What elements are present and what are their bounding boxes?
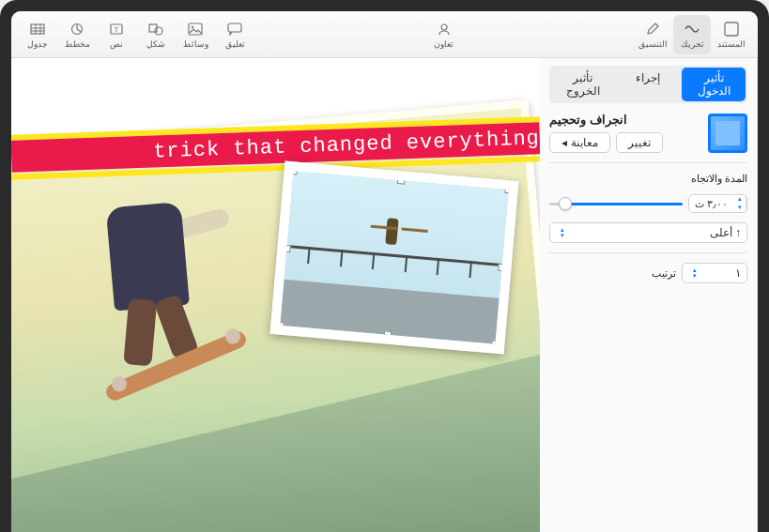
- media-button[interactable]: وسائط: [177, 15, 214, 54]
- animate-label: تحريك: [681, 39, 704, 49]
- paintbrush-icon: [643, 21, 662, 38]
- shape-icon: [146, 21, 165, 38]
- svg-rect-10: [31, 24, 44, 34]
- media-icon: [186, 21, 205, 38]
- direction-row: ↑ أعلى ▴▾: [549, 222, 747, 243]
- slide-canvas[interactable]: trick that changed everything: [11, 58, 540, 532]
- format-label: التنسيق: [638, 39, 668, 49]
- comment-label: تعليق: [225, 39, 245, 49]
- tab-action[interactable]: إجراء: [617, 68, 681, 101]
- chart-icon: [68, 21, 86, 38]
- order-label: ترتيب: [549, 267, 676, 280]
- svg-rect-2: [228, 23, 241, 32]
- svg-point-4: [192, 25, 193, 27]
- order-row: ١ ▴▾ ترتيب: [549, 263, 747, 283]
- table-icon: [28, 21, 47, 38]
- order-select[interactable]: ١ ▴▾: [682, 263, 747, 283]
- stepper-up-icon: ▴: [733, 195, 746, 204]
- chevrons-icon: ▴▾: [556, 227, 569, 238]
- play-icon: ◂: [561, 136, 567, 149]
- text-label: نص: [110, 39, 123, 49]
- slider-thumb[interactable]: [559, 197, 572, 210]
- effect-tabs: تأثير الدخول إجراء تأثير الخروج: [549, 66, 747, 103]
- shape-button[interactable]: شكل: [137, 15, 175, 54]
- svg-rect-3: [189, 23, 202, 35]
- comment-button[interactable]: تعليق: [216, 15, 254, 54]
- svg-point-1: [441, 24, 447, 30]
- preview-button[interactable]: معاينة◂: [549, 132, 610, 153]
- selected-photo[interactable]: [269, 160, 518, 354]
- direction-select[interactable]: ↑ أعلى ▴▾: [549, 222, 747, 243]
- media-label: وسائط: [183, 39, 208, 49]
- duration-slider[interactable]: [549, 203, 683, 205]
- svg-text:T: T: [115, 25, 119, 34]
- effect-name: انجراف وتحجيم: [549, 113, 627, 127]
- format-button[interactable]: التنسيق: [634, 15, 671, 54]
- app-window: المستند تحريك التنسيق تعاون تعليق وسائط …: [11, 11, 758, 532]
- device-frame: المستند تحريك التنسيق تعاون تعليق وسائط …: [0, 0, 769, 532]
- duration-value: ٣٫٠٠ ث: [689, 196, 733, 212]
- comment-icon: [225, 21, 244, 38]
- tab-build-out[interactable]: تأثير الخروج: [551, 68, 615, 101]
- chart-button[interactable]: مخطط: [58, 15, 96, 54]
- document-button[interactable]: المستند: [713, 15, 750, 54]
- collaborate-label: تعاون: [434, 39, 454, 49]
- chart-label: مخطط: [65, 39, 90, 49]
- inspector-sidebar: تأثير الدخول إجراء تأثير الخروج انجراف و…: [540, 58, 758, 532]
- collaborate-icon: [435, 21, 454, 38]
- skateboarder-graphic: [67, 176, 274, 426]
- content-area: تأثير الدخول إجراء تأثير الخروج انجراف و…: [11, 58, 758, 532]
- chevrons-icon: ▴▾: [688, 267, 701, 279]
- svg-rect-0: [725, 23, 738, 36]
- stepper-down-icon: ▾: [733, 204, 746, 212]
- document-icon: [722, 21, 741, 38]
- table-button[interactable]: جدول: [19, 15, 56, 54]
- animate-button[interactable]: تحريك: [673, 15, 711, 54]
- text-icon: T: [107, 21, 126, 38]
- top-toolbar: المستند تحريك التنسيق تعاون تعليق وسائط …: [11, 11, 758, 58]
- effect-thumbnail: [708, 114, 747, 153]
- toolbar-group-left: تعليق وسائط شكل T نص مخطط جدول: [19, 15, 254, 54]
- text-button[interactable]: T نص: [98, 15, 135, 54]
- change-effect-button[interactable]: تغيير: [616, 132, 663, 153]
- animate-icon: [683, 21, 701, 38]
- document-label: المستند: [717, 39, 746, 49]
- tab-build-in[interactable]: تأثير الدخول: [682, 68, 746, 101]
- table-label: جدول: [27, 39, 48, 49]
- svg-point-6: [155, 27, 162, 35]
- duration-row: ▴▾ ٣٫٠٠ ث: [549, 194, 747, 213]
- shape-label: شكل: [146, 39, 165, 49]
- duration-stepper[interactable]: ▴▾ ٣٫٠٠ ث: [688, 194, 747, 213]
- collaborate-button[interactable]: تعاون: [425, 15, 463, 54]
- effect-header: انجراف وتحجيم تغيير معاينة◂: [549, 113, 747, 153]
- toolbar-group-right: المستند تحريك التنسيق: [634, 15, 750, 54]
- duration-direction-label: المدة والاتجاه: [549, 173, 747, 185]
